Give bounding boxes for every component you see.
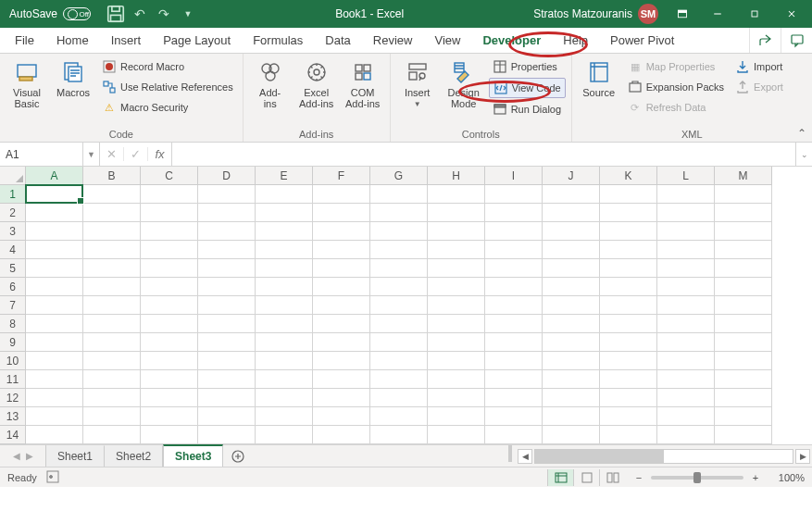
cell[interactable] xyxy=(600,278,657,296)
cell[interactable] xyxy=(600,222,657,241)
cell[interactable] xyxy=(141,204,198,222)
cell[interactable] xyxy=(657,222,715,241)
cell[interactable] xyxy=(715,407,772,426)
column-header[interactable]: M xyxy=(715,167,772,185)
cell[interactable] xyxy=(543,241,600,259)
row-header[interactable]: 13 xyxy=(0,407,26,426)
sheet-tab[interactable]: Sheet2 xyxy=(105,445,163,467)
cell[interactable] xyxy=(256,185,313,204)
cell[interactable] xyxy=(657,185,715,204)
macro-security-button[interactable]: ⚠ Macro Security xyxy=(98,98,237,117)
scroll-thumb[interactable] xyxy=(535,450,664,463)
cell[interactable] xyxy=(141,241,198,259)
cell[interactable] xyxy=(370,241,428,259)
cell[interactable] xyxy=(198,333,256,352)
row-header[interactable]: 11 xyxy=(0,370,26,389)
cell[interactable] xyxy=(715,315,772,333)
tab-view[interactable]: View xyxy=(423,28,471,53)
cell[interactable] xyxy=(600,370,657,389)
cell[interactable] xyxy=(428,315,485,333)
collapse-ribbon-icon[interactable]: ⌃ xyxy=(797,127,806,140)
cell[interactable] xyxy=(600,426,657,444)
cell[interactable] xyxy=(313,296,370,315)
cell[interactable] xyxy=(370,352,428,370)
use-relative-references-button[interactable]: Use Relative References xyxy=(98,78,237,96)
cell[interactable] xyxy=(485,426,543,444)
cell[interactable] xyxy=(141,389,198,407)
cell[interactable] xyxy=(485,296,543,315)
sheet-tab[interactable]: Sheet1 xyxy=(46,445,105,467)
cell[interactable] xyxy=(313,204,370,222)
scroll-right-icon[interactable]: ▶ xyxy=(795,449,810,464)
row-header[interactable]: 2 xyxy=(0,204,26,222)
cell[interactable] xyxy=(83,204,141,222)
cell[interactable] xyxy=(256,389,313,407)
row-header[interactable]: 10 xyxy=(0,352,26,370)
cell[interactable] xyxy=(141,222,198,241)
cell[interactable] xyxy=(657,352,715,370)
cell[interactable] xyxy=(600,296,657,315)
cell[interactable] xyxy=(715,222,772,241)
cell[interactable] xyxy=(256,278,313,296)
cell[interactable] xyxy=(543,296,600,315)
cell[interactable] xyxy=(256,407,313,426)
cell[interactable] xyxy=(657,259,715,278)
cell[interactable] xyxy=(600,352,657,370)
cell[interactable] xyxy=(428,204,485,222)
column-header[interactable]: J xyxy=(543,167,600,185)
cell[interactable] xyxy=(313,315,370,333)
column-header[interactable]: L xyxy=(657,167,715,185)
tab-page-layout[interactable]: Page Layout xyxy=(152,28,242,53)
autosave-toggle[interactable]: AutoSave Off xyxy=(2,7,98,20)
cell[interactable] xyxy=(428,407,485,426)
row-header[interactable]: 1 xyxy=(0,185,26,204)
cell[interactable] xyxy=(198,426,256,444)
cell[interactable] xyxy=(485,333,543,352)
cell[interactable] xyxy=(83,185,141,204)
cell[interactable] xyxy=(370,315,428,333)
tab-home[interactable]: Home xyxy=(45,28,100,53)
com-addins-button[interactable]: COM Add-ins xyxy=(342,56,384,109)
user-account[interactable]: Stratos Matzouranis SM xyxy=(533,4,666,24)
cell[interactable] xyxy=(256,259,313,278)
cell[interactable] xyxy=(370,185,428,204)
cell[interactable] xyxy=(428,185,485,204)
fx-icon[interactable]: fx xyxy=(148,143,172,166)
cell[interactable] xyxy=(485,389,543,407)
cell[interactable] xyxy=(141,278,198,296)
cell[interactable] xyxy=(83,222,141,241)
tab-insert[interactable]: Insert xyxy=(100,28,153,53)
column-header[interactable]: K xyxy=(600,167,657,185)
cell[interactable] xyxy=(543,389,600,407)
macro-record-status-icon[interactable] xyxy=(46,470,59,485)
cell[interactable] xyxy=(657,333,715,352)
cell[interactable] xyxy=(198,204,256,222)
cell[interactable] xyxy=(600,259,657,278)
cell[interactable] xyxy=(657,370,715,389)
undo-icon[interactable]: ↶ xyxy=(130,4,150,24)
column-header[interactable]: A xyxy=(26,167,83,185)
scroll-left-icon[interactable]: ◀ xyxy=(518,449,532,464)
cell[interactable] xyxy=(370,204,428,222)
name-box[interactable]: A1 xyxy=(0,143,83,166)
cell[interactable] xyxy=(485,185,543,204)
properties-button[interactable]: Properties xyxy=(489,57,566,76)
cell[interactable] xyxy=(543,278,600,296)
row-header[interactable]: 4 xyxy=(0,241,26,259)
row-header[interactable]: 7 xyxy=(0,296,26,315)
sheet-nav-next-icon[interactable]: ▶ xyxy=(26,451,33,461)
cell[interactable] xyxy=(485,241,543,259)
cell[interactable] xyxy=(141,426,198,444)
cell[interactable] xyxy=(485,407,543,426)
column-header[interactable]: F xyxy=(313,167,370,185)
cell[interactable] xyxy=(198,407,256,426)
cell[interactable] xyxy=(26,389,83,407)
cell[interactable] xyxy=(313,333,370,352)
cell[interactable] xyxy=(428,222,485,241)
run-dialog-button[interactable]: Run Dialog xyxy=(489,100,566,118)
insert-controls-button[interactable]: Insert ▼ xyxy=(396,56,439,108)
cell[interactable] xyxy=(83,278,141,296)
name-box-dropdown-icon[interactable]: ▼ xyxy=(83,143,100,166)
cell[interactable] xyxy=(198,259,256,278)
expansion-packs-button[interactable]: Expansion Packs xyxy=(624,78,728,96)
